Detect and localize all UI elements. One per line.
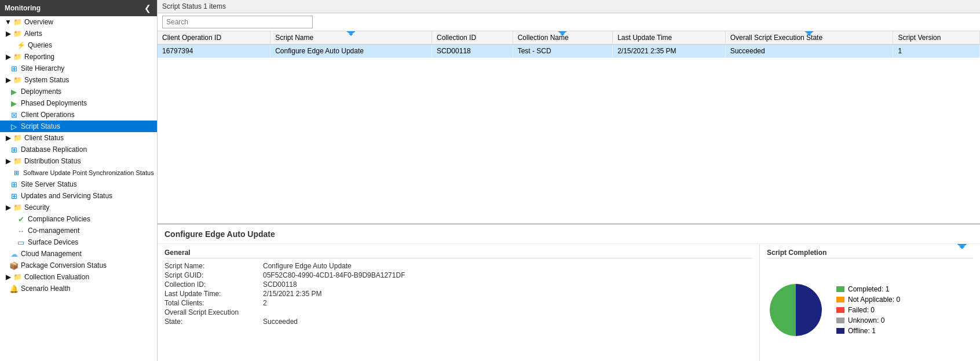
table-row[interactable]: 16797394 Configure Edge Auto Update SCD0…: [158, 45, 980, 58]
sidebar-item-surface-devices[interactable]: ▭ Surface Devices: [0, 236, 157, 248]
sort-balloon-1: 1: [346, 31, 356, 34]
sidebar-item-alerts[interactable]: ▶ 📁 Alerts: [0, 28, 157, 39]
sidebar-item-database-replication[interactable]: ⊞ Database Replication: [0, 144, 157, 155]
sidebar-item-overview[interactable]: ▼ 📁 Overview: [0, 16, 157, 28]
sidebar-item-reporting[interactable]: ▶ 📁 Reporting: [0, 51, 157, 63]
cell-collection-name: Test - SCD: [513, 45, 613, 58]
expand-icon: ▶: [5, 134, 12, 141]
legend-item-unknown: Unknown: 0: [836, 316, 900, 324]
updates-servicing-icon: ⊞: [9, 191, 19, 200]
legend-color-unknown: [836, 318, 844, 323]
search-input[interactable]: [162, 16, 313, 28]
folder-icon: 📁: [13, 29, 22, 38]
sidebar-item-label: Overview: [24, 18, 53, 26]
co-mgmt-icon: ↔: [16, 226, 25, 235]
col-last-update-time[interactable]: Last Update Time: [613, 31, 725, 45]
sidebar-item-label: Database Replication: [21, 145, 87, 154]
label-script-guid: Script GUID:: [164, 271, 263, 279]
sidebar-item-label: Package Conversion Status: [21, 261, 107, 269]
phased-deployments-icon: ▶: [9, 99, 19, 108]
sidebar-item-label: System Status: [24, 76, 69, 84]
cell-script-name: Configure Edge Auto Update: [270, 45, 432, 58]
label-total-clients: Total Clients:: [164, 299, 263, 307]
value-script-guid: 05F52C80-4990-4CD1-84F0-B9D9BA1271DF: [263, 271, 405, 279]
sidebar-item-label: Updates and Servicing Status: [21, 192, 112, 200]
sidebar-item-collection-evaluation[interactable]: ▶ 📁 Collection Evaluation: [0, 271, 157, 283]
sidebar-item-distribution-status[interactable]: ▶ 📁 Distribution Status: [0, 155, 157, 167]
sidebar-item-script-status[interactable]: ▷ Script Status: [0, 121, 157, 132]
main-content: Script Status 1 items Client Operation I…: [158, 0, 980, 361]
legend-label-unknown: Unknown: 0: [848, 316, 884, 324]
sidebar-item-site-server-status[interactable]: ⊞ Site Server Status: [0, 178, 157, 190]
cell-overall-script-execution-state: Succeeded: [725, 45, 893, 58]
value-script-name: Configure Edge Auto Update: [263, 262, 352, 270]
folder-icon: 📁: [13, 272, 22, 282]
col-overall-script-execution-state[interactable]: Overall Script Execution State 3: [725, 31, 893, 45]
client-ops-icon: ⊠: [9, 110, 19, 119]
folder-icon: 📁: [13, 203, 22, 212]
chart-legend: Completed: 1 Not Applicable: 0 Failed: 0: [836, 285, 900, 335]
chart-area: Completed: 1 Not Applicable: 0 Failed: 0: [767, 263, 973, 356]
label-overall-execution: Overall Script Execution: [164, 308, 263, 316]
balloon-4: 4: [956, 244, 968, 246]
db-replication-icon: ⊞: [9, 145, 19, 154]
col-script-name[interactable]: Script Name 1: [270, 31, 432, 45]
legend-color-failed: [836, 307, 844, 313]
legend-label-not-applicable: Not Applicable: 0: [848, 296, 900, 304]
col-collection-name[interactable]: Collection Name 2: [513, 31, 613, 45]
sidebar: Monitoring ❮ ▼ 📁 Overview ▶ 📁 Alerts ⚡ Q…: [0, 0, 158, 361]
sidebar-item-co-management[interactable]: ↔ Co-management: [0, 225, 157, 236]
sidebar-item-cloud-management[interactable]: ☁ Cloud Management: [0, 248, 157, 260]
sidebar-item-package-conversion-status[interactable]: 📦 Package Conversion Status: [0, 260, 157, 271]
general-section-title: General: [164, 249, 752, 258]
sidebar-collapse-button[interactable]: ❮: [143, 3, 152, 13]
site-server-icon: ⊞: [9, 180, 19, 189]
legend-item-failed: Failed: 0: [836, 306, 900, 314]
detail-row-total-clients: Total Clients: 2: [164, 299, 752, 307]
cell-collection-id: SCD00118: [432, 45, 513, 58]
sidebar-item-client-operations[interactable]: ⊠ Client Operations: [0, 109, 157, 121]
sup-sync-icon: ⊞: [12, 168, 21, 177]
legend-label-completed: Completed: 1: [848, 285, 889, 293]
value-last-update-time: 2/15/2021 2:35 PM: [263, 290, 321, 298]
label-state: State:: [164, 318, 263, 326]
col-client-operation-id[interactable]: Client Operation ID: [158, 31, 270, 45]
sidebar-item-security[interactable]: ▶ 📁 Security: [0, 202, 157, 213]
cell-script-version: 1: [893, 45, 980, 58]
value-state: Succeeded: [263, 318, 298, 326]
col-collection-id[interactable]: Collection ID: [432, 31, 513, 45]
expand-icon: ▶: [5, 274, 12, 280]
folder-icon: 📁: [13, 75, 22, 85]
sidebar-item-client-status[interactable]: ▶ 📁 Client Status: [0, 132, 157, 144]
folder-icon: 📁: [13, 156, 22, 166]
sidebar-item-label: Site Server Status: [21, 180, 77, 188]
sidebar-title: Monitoring: [5, 4, 41, 12]
script-icon: ▷: [9, 122, 19, 131]
detail-row-last-update-time: Last Update Time: 2/15/2021 2:35 PM: [164, 290, 752, 298]
top-pane: Script Status 1 items Client Operation I…: [158, 0, 980, 225]
col-script-version[interactable]: Script Version: [893, 31, 980, 45]
cell-last-update-time: 2/15/2021 2:35 PM: [613, 45, 725, 58]
sidebar-item-label: Collection Evaluation: [24, 273, 89, 281]
sidebar-item-phased-deployments[interactable]: ▶ Phased Deployments: [0, 97, 157, 109]
sidebar-item-label: Co-management: [28, 227, 79, 235]
sidebar-item-label: Client Operations: [21, 111, 75, 119]
sidebar-item-site-hierarchy[interactable]: ⊞ Site Hierarchy: [0, 63, 157, 74]
deployments-icon: ▶: [9, 87, 19, 96]
sidebar-item-queries[interactable]: ⚡ Queries: [0, 39, 157, 51]
sidebar-item-system-status[interactable]: ▶ 📁 System Status: [0, 74, 157, 86]
cell-client-operation-id: 16797394: [158, 45, 270, 58]
sidebar-item-updates-servicing-status[interactable]: ⊞ Updates and Servicing Status: [0, 190, 157, 202]
sidebar-item-sup-sync-status[interactable]: ⊞ Software Update Point Synchronization …: [0, 167, 157, 178]
sidebar-item-compliance-policies[interactable]: ✔ Compliance Policies: [0, 213, 157, 225]
sidebar-item-label: Phased Deployments: [21, 99, 87, 107]
label-collection-id: Collection ID:: [164, 280, 263, 289]
expand-icon: ▶: [5, 30, 12, 37]
compliance-icon: ✔: [16, 214, 25, 224]
search-bar: [158, 13, 980, 31]
sidebar-item-label: Surface Devices: [28, 238, 78, 246]
sidebar-item-scenario-health[interactable]: 🔔 Scenario Health: [0, 283, 157, 294]
detail-chart-pane: 4 Script Completion: [760, 244, 980, 361]
expand-icon: ▼: [5, 19, 12, 25]
sidebar-item-deployments[interactable]: ▶ Deployments: [0, 86, 157, 97]
